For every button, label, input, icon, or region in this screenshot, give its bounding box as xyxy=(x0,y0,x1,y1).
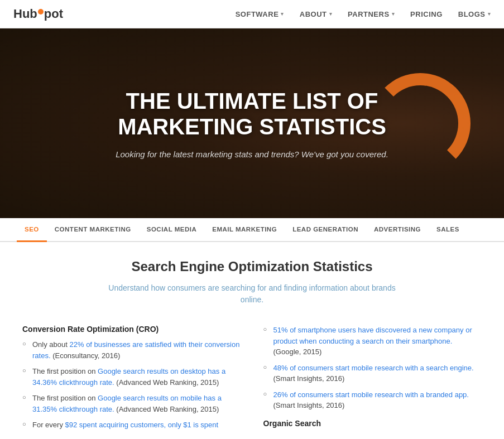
chevron-down-icon: ▾ xyxy=(329,11,333,17)
list-item: Only about 22% of businesses are satisfi… xyxy=(22,339,241,361)
hero-subtitle: Looking for the latest marketing stats a… xyxy=(116,149,388,159)
logo-text-hub: Hub xyxy=(13,7,37,21)
nav-link-about[interactable]: ABOUT ▾ xyxy=(300,10,332,18)
chevron-down-icon: ▾ xyxy=(392,11,395,17)
logo-spot-icon xyxy=(38,9,44,15)
list-item: 26% of consumers start mobile research w… xyxy=(263,389,482,411)
logo-text-spot: p xyxy=(44,7,51,21)
mobile-stats-list: 51% of smartphone users have discovered … xyxy=(263,325,482,411)
list-item: The first position on Google search resu… xyxy=(22,393,241,414)
main-content: Search Engine Optimization Statistics Un… xyxy=(0,242,504,439)
tab-content-marketing[interactable]: CONTENT MARKETING xyxy=(47,218,139,242)
nav-item-partners[interactable]: PARTNERS ▾ xyxy=(348,10,395,18)
section-subtitle: Understand how consumers are searching f… xyxy=(22,282,482,306)
nav-item-blogs[interactable]: BLOGS ▾ xyxy=(458,10,491,18)
cro-stats-list: Only about 22% of businesses are satisfi… xyxy=(22,339,241,431)
stats-columns: Conversion Rate Optimization (CRO) Only … xyxy=(22,325,482,436)
list-item: The first position on Google search resu… xyxy=(22,366,241,388)
chevron-down-icon: ▾ xyxy=(488,11,491,17)
nav-link-partners[interactable]: PARTNERS ▾ xyxy=(348,10,395,18)
tabs-bar: SEO CONTENT MARKETING SOCIAL MEDIA EMAIL… xyxy=(0,218,504,242)
chevron-down-icon: ▾ xyxy=(281,11,284,17)
tab-sales[interactable]: SALES xyxy=(429,218,467,242)
list-item: 48% of consumers start mobile research w… xyxy=(263,363,482,384)
nav-links: SOFTWARE ▾ ABOUT ▾ PARTNERS ▾ PRICING BL… xyxy=(236,10,491,18)
hero-section: THE ULTIMATE LIST OF MARKETING STATISTIC… xyxy=(0,28,504,218)
tab-email-marketing[interactable]: EMAIL MARKETING xyxy=(204,218,285,242)
nav-link-blogs[interactable]: BLOGS ▾ xyxy=(458,10,491,18)
cro-heading: Conversion Rate Optimization (CRO) xyxy=(22,325,241,334)
list-item: 51% of smartphone users have discovered … xyxy=(263,325,482,358)
right-stats-column: 51% of smartphone users have discovered … xyxy=(263,325,482,436)
nav-link-software[interactable]: SOFTWARE ▾ xyxy=(236,10,284,18)
organic-search-heading: Organic Search xyxy=(263,419,482,428)
nav-link-pricing[interactable]: PRICING xyxy=(410,10,443,18)
tab-lead-generation[interactable]: LEAD GENERATION xyxy=(285,218,366,242)
nav-item-pricing[interactable]: PRICING xyxy=(410,10,443,18)
tab-seo[interactable]: SEO xyxy=(17,218,47,242)
navbar: Hubpot SOFTWARE ▾ ABOUT ▾ PARTNERS ▾ PRI… xyxy=(0,0,504,28)
logo[interactable]: Hubpot xyxy=(13,7,63,21)
hero-title: THE ULTIMATE LIST OF MARKETING STATISTIC… xyxy=(85,88,420,139)
section-title: Search Engine Optimization Statistics xyxy=(22,259,482,274)
left-stats-column: Conversion Rate Optimization (CRO) Only … xyxy=(22,325,241,436)
nav-item-software[interactable]: SOFTWARE ▾ xyxy=(236,10,284,18)
tab-advertising[interactable]: ADVERTISING xyxy=(366,218,429,242)
nav-item-about[interactable]: ABOUT ▾ xyxy=(300,10,332,18)
list-item: For every $92 spent acquiring customers,… xyxy=(22,419,241,431)
logo-text-ot: ot xyxy=(51,7,63,21)
tab-social-media[interactable]: SOCIAL MEDIA xyxy=(139,218,205,242)
